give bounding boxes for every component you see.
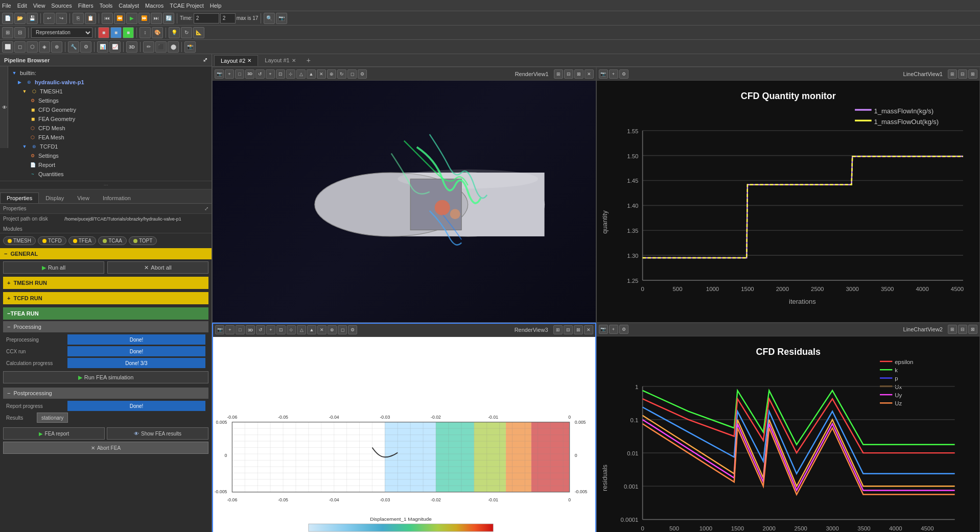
- tb2-color3[interactable]: ■: [123, 27, 134, 38]
- tree-item-settings2[interactable]: ⚙ Settings: [8, 151, 212, 160]
- rv3-screenshot[interactable]: 📷: [215, 325, 224, 334]
- tb2-color2[interactable]: ■: [110, 27, 122, 38]
- cv1-icon2[interactable]: ⊟: [958, 69, 967, 79]
- rv1-cursor[interactable]: ⊕: [327, 69, 336, 79]
- rv1-icon1[interactable]: ⊞: [554, 69, 563, 79]
- fea-report-button[interactable]: ▶ FEA report: [3, 427, 105, 440]
- preprocessing-done-btn[interactable]: Done!: [67, 334, 205, 345]
- menu-sources[interactable]: Sources: [51, 3, 72, 9]
- tb2-color1[interactable]: ■: [98, 27, 109, 38]
- tab-display[interactable]: Display: [39, 192, 71, 203]
- stationary-button[interactable]: stationary: [37, 413, 68, 423]
- proc-minus[interactable]: −: [7, 324, 10, 330]
- tree-item-valve[interactable]: ▶ ⊛ hydraulic-valve-p1: [8, 78, 212, 87]
- toolbar-play-last[interactable]: ⏭: [151, 13, 162, 24]
- postproc-minus[interactable]: −: [7, 390, 10, 396]
- cv1-icon1[interactable]: ⊞: [948, 69, 957, 79]
- run-fea-button[interactable]: ▶ Run FEA simulation: [3, 371, 208, 383]
- rv3-triangle2[interactable]: ▲: [307, 325, 316, 334]
- tb3-btn8[interactable]: 📊: [97, 41, 108, 53]
- module-tmesh[interactable]: TMESH: [3, 236, 36, 245]
- menu-edit[interactable]: Edit: [17, 3, 27, 9]
- toolbar-redo[interactable]: ↪: [56, 13, 67, 24]
- toolbar-copy[interactable]: ⎘: [73, 13, 84, 24]
- layout-tab-2[interactable]: Layout #2 ✕: [214, 55, 258, 66]
- module-tcaa[interactable]: TCAA: [98, 236, 127, 245]
- menu-help[interactable]: Help: [210, 3, 222, 9]
- rv3-close[interactable]: ✕: [584, 325, 593, 334]
- cv2-settings[interactable]: ⚙: [619, 325, 628, 334]
- rv1-interact[interactable]: ✕: [317, 69, 326, 79]
- tb3-btn3[interactable]: ⬡: [27, 41, 38, 53]
- rv1-triangle1[interactable]: △: [296, 69, 306, 79]
- tb3-shape2[interactable]: ⬤: [168, 41, 179, 53]
- tree-item-tmesh[interactable]: ▼ ⬡ TMESH1: [8, 87, 212, 96]
- rv3-triangle1[interactable]: △: [297, 325, 306, 334]
- tfea-run-row[interactable]: − TFEA RUN: [3, 307, 208, 320]
- cv2-screenshot[interactable]: 📷: [599, 325, 608, 334]
- rv3-3d[interactable]: 3D: [246, 325, 255, 334]
- eye-toggle[interactable]: 👁: [0, 66, 8, 148]
- tb3-btn4[interactable]: ◈: [39, 41, 50, 53]
- rv3-icon2[interactable]: ⊟: [564, 325, 573, 334]
- tb3-btn1[interactable]: ⬜: [2, 41, 13, 53]
- cv2-icon1[interactable]: ⊞: [948, 325, 957, 334]
- cv1-icon3[interactable]: ⊠: [968, 69, 977, 79]
- menu-view[interactable]: View: [33, 3, 45, 9]
- tb2-rotate[interactable]: ↻: [181, 27, 192, 38]
- pipeline-expand-icon[interactable]: ⤢: [203, 57, 207, 63]
- tree-item-cfd-mesh[interactable]: ⬡ CFD Mesh: [8, 124, 212, 133]
- rv1-screenshot[interactable]: 📷: [215, 69, 224, 79]
- tb2-lights[interactable]: 💡: [169, 27, 180, 38]
- tree-item-fea-mesh[interactable]: ⬡ FEA Mesh: [8, 133, 212, 142]
- tb2-snap[interactable]: 📐: [193, 27, 204, 38]
- module-topt[interactable]: TOPT: [129, 236, 157, 245]
- rv3-select[interactable]: ◻: [338, 325, 347, 334]
- toolbar-undo[interactable]: ↩: [43, 13, 55, 24]
- divider-dots[interactable]: ···: [0, 181, 212, 189]
- report-done-btn[interactable]: Done!: [67, 401, 205, 411]
- general-minus[interactable]: −: [4, 251, 7, 257]
- toolbar-paste[interactable]: 📋: [85, 13, 96, 24]
- menu-filters[interactable]: Filters: [78, 3, 94, 9]
- rv3-orient[interactable]: ⊹: [287, 325, 296, 334]
- representation-select[interactable]: Representation: [31, 28, 92, 38]
- toolbar-loop[interactable]: 🔄: [163, 13, 174, 24]
- toolbar-play-first[interactable]: ⏮: [102, 13, 113, 24]
- tb3-3d[interactable]: 3D: [126, 41, 137, 53]
- time-step-input[interactable]: [220, 13, 236, 23]
- tb2-btn1[interactable]: ⊞: [2, 27, 13, 38]
- menu-macros[interactable]: Macros: [145, 3, 164, 9]
- tb3-btn7[interactable]: ⚙: [80, 41, 91, 53]
- menu-tcae[interactable]: TCAE Project: [170, 3, 204, 9]
- toolbar-save[interactable]: 💾: [27, 13, 38, 24]
- tb3-btn6[interactable]: 🔧: [68, 41, 79, 53]
- toolbar-open[interactable]: 📂: [14, 13, 26, 24]
- rv3-icon1[interactable]: ⊞: [553, 325, 563, 334]
- layout-add-tab[interactable]: +: [302, 54, 315, 66]
- tcfd-run-row[interactable]: + TCFD RUN: [3, 292, 208, 304]
- tb2-btn2[interactable]: ⊟: [14, 27, 26, 38]
- rv1-3d[interactable]: 3D: [245, 69, 254, 79]
- toolbar-new[interactable]: 📄: [2, 13, 13, 24]
- cv1-btn2[interactable]: +: [609, 69, 618, 79]
- rv1-triangle2[interactable]: ▲: [307, 69, 316, 79]
- props-expand-icon[interactable]: ⤢: [204, 206, 208, 211]
- cv1-screenshot[interactable]: 📷: [599, 69, 608, 79]
- rv1-select[interactable]: ◻: [347, 69, 357, 79]
- tab-properties[interactable]: Properties: [0, 192, 39, 203]
- tb3-shape1[interactable]: ⬛: [155, 41, 167, 53]
- menu-catalyst[interactable]: Catalyst: [119, 3, 139, 9]
- layout-tab-1[interactable]: Layout #1 ✕: [258, 55, 302, 66]
- tb3-btn9[interactable]: 📈: [109, 41, 121, 53]
- tb3-btn5[interactable]: ⊕: [51, 41, 62, 53]
- rv3-zoom[interactable]: +: [266, 325, 275, 334]
- rv3-icon3[interactable]: ⊠: [574, 325, 583, 334]
- tmesh-run-row[interactable]: + TMESH RUN: [3, 277, 208, 289]
- cv2-btn2[interactable]: +: [609, 325, 618, 334]
- tree-item-builtin[interactable]: ▼ builtin:: [8, 68, 212, 78]
- rv1-orient[interactable]: ⊹: [286, 69, 295, 79]
- tb2-rescale[interactable]: ↕: [139, 27, 151, 38]
- show-fea-button[interactable]: 👁 Show FEA results: [107, 427, 208, 440]
- rv1-btn3[interactable]: □: [235, 69, 244, 79]
